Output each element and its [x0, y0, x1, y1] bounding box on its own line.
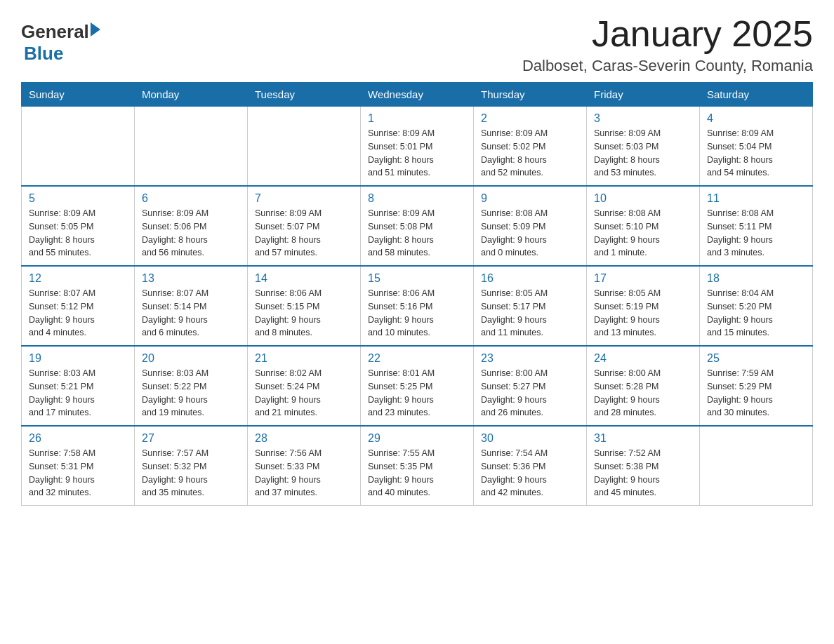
day-cell: 22Sunrise: 8:01 AMSunset: 5:25 PMDayligh… [361, 346, 474, 426]
header-cell-friday: Friday [587, 83, 700, 107]
day-cell: 13Sunrise: 8:07 AMSunset: 5:14 PMDayligh… [135, 266, 248, 346]
week-row-4: 19Sunrise: 8:03 AMSunset: 5:21 PMDayligh… [22, 346, 813, 426]
day-cell: 24Sunrise: 8:00 AMSunset: 5:28 PMDayligh… [587, 346, 700, 426]
day-cell: 3Sunrise: 8:09 AMSunset: 5:03 PMDaylight… [587, 107, 700, 187]
day-cell: 17Sunrise: 8:05 AMSunset: 5:19 PMDayligh… [587, 266, 700, 346]
day-number: 21 [255, 352, 353, 365]
day-number: 27 [142, 432, 240, 445]
day-number: 6 [142, 192, 240, 205]
day-number: 7 [255, 192, 353, 205]
day-cell: 7Sunrise: 8:09 AMSunset: 5:07 PMDaylight… [248, 186, 361, 266]
day-cell: 29Sunrise: 7:55 AMSunset: 5:35 PMDayligh… [361, 426, 474, 506]
day-cell: 15Sunrise: 8:06 AMSunset: 5:16 PMDayligh… [361, 266, 474, 346]
week-row-3: 12Sunrise: 8:07 AMSunset: 5:12 PMDayligh… [22, 266, 813, 346]
day-info: Sunrise: 8:03 AMSunset: 5:21 PMDaylight:… [29, 367, 127, 420]
day-number: 5 [29, 192, 127, 205]
header-cell-thursday: Thursday [474, 83, 587, 107]
calendar-table: SundayMondayTuesdayWednesdayThursdayFrid… [21, 82, 813, 506]
day-cell: 30Sunrise: 7:54 AMSunset: 5:36 PMDayligh… [474, 426, 587, 506]
day-number: 20 [142, 352, 240, 365]
week-row-2: 5Sunrise: 8:09 AMSunset: 5:05 PMDaylight… [22, 186, 813, 266]
day-cell: 10Sunrise: 8:08 AMSunset: 5:10 PMDayligh… [587, 186, 700, 266]
day-cell: 1Sunrise: 8:09 AMSunset: 5:01 PMDaylight… [361, 107, 474, 187]
day-info: Sunrise: 8:07 AMSunset: 5:14 PMDaylight:… [142, 287, 240, 340]
header-cell-tuesday: Tuesday [248, 83, 361, 107]
day-cell: 6Sunrise: 8:09 AMSunset: 5:06 PMDaylight… [135, 186, 248, 266]
logo-general-text: General [21, 21, 89, 43]
header-cell-saturday: Saturday [700, 83, 813, 107]
day-info: Sunrise: 7:57 AMSunset: 5:32 PMDaylight:… [142, 447, 240, 499]
day-cell: 8Sunrise: 8:09 AMSunset: 5:08 PMDaylight… [361, 186, 474, 266]
day-cell: 11Sunrise: 8:08 AMSunset: 5:11 PMDayligh… [700, 186, 813, 266]
calendar-header: SundayMondayTuesdayWednesdayThursdayFrid… [22, 83, 813, 107]
day-cell [700, 426, 813, 506]
day-number: 18 [707, 272, 805, 285]
day-info: Sunrise: 8:09 AMSunset: 5:07 PMDaylight:… [255, 207, 353, 260]
day-info: Sunrise: 8:06 AMSunset: 5:16 PMDaylight:… [368, 287, 466, 340]
day-number: 31 [594, 432, 692, 445]
day-number: 23 [481, 352, 579, 365]
day-cell [248, 107, 361, 187]
day-info: Sunrise: 8:09 AMSunset: 5:02 PMDaylight:… [481, 127, 579, 180]
day-number: 28 [255, 432, 353, 445]
day-info: Sunrise: 7:58 AMSunset: 5:31 PMDaylight:… [29, 447, 127, 499]
day-number: 22 [368, 352, 466, 365]
day-info: Sunrise: 8:08 AMSunset: 5:09 PMDaylight:… [481, 207, 579, 260]
day-number: 26 [29, 432, 127, 445]
day-cell: 12Sunrise: 8:07 AMSunset: 5:12 PMDayligh… [22, 266, 135, 346]
day-info: Sunrise: 8:04 AMSunset: 5:20 PMDaylight:… [707, 287, 805, 340]
day-info: Sunrise: 8:00 AMSunset: 5:27 PMDaylight:… [481, 367, 579, 420]
day-info: Sunrise: 8:05 AMSunset: 5:17 PMDaylight:… [481, 287, 579, 340]
day-number: 15 [368, 272, 466, 285]
day-info: Sunrise: 8:09 AMSunset: 5:08 PMDaylight:… [368, 207, 466, 260]
day-number: 12 [29, 272, 127, 285]
logo-blue-text: Blue [24, 43, 63, 65]
day-info: Sunrise: 8:03 AMSunset: 5:22 PMDaylight:… [142, 367, 240, 420]
day-cell: 18Sunrise: 8:04 AMSunset: 5:20 PMDayligh… [700, 266, 813, 346]
day-info: Sunrise: 7:52 AMSunset: 5:38 PMDaylight:… [594, 447, 692, 499]
day-cell: 20Sunrise: 8:03 AMSunset: 5:22 PMDayligh… [135, 346, 248, 426]
day-number: 30 [481, 432, 579, 445]
location-title: Dalboset, Caras-Severin County, Romania [522, 57, 813, 75]
day-cell [22, 107, 135, 187]
day-cell: 9Sunrise: 8:08 AMSunset: 5:09 PMDaylight… [474, 186, 587, 266]
day-number: 9 [481, 192, 579, 205]
day-number: 14 [255, 272, 353, 285]
day-info: Sunrise: 8:08 AMSunset: 5:10 PMDaylight:… [594, 207, 692, 260]
day-info: Sunrise: 8:07 AMSunset: 5:12 PMDaylight:… [29, 287, 127, 340]
day-number: 2 [481, 112, 579, 125]
logo-arrow-icon [91, 22, 100, 36]
day-number: 4 [707, 112, 805, 125]
day-number: 11 [707, 192, 805, 205]
day-number: 25 [707, 352, 805, 365]
day-info: Sunrise: 7:55 AMSunset: 5:35 PMDaylight:… [368, 447, 466, 499]
day-info: Sunrise: 8:05 AMSunset: 5:19 PMDaylight:… [594, 287, 692, 340]
day-cell: 16Sunrise: 8:05 AMSunset: 5:17 PMDayligh… [474, 266, 587, 346]
day-info: Sunrise: 7:54 AMSunset: 5:36 PMDaylight:… [481, 447, 579, 499]
header-cell-wednesday: Wednesday [361, 83, 474, 107]
day-number: 16 [481, 272, 579, 285]
logo: General Blue [21, 21, 100, 65]
calendar-body: 1Sunrise: 8:09 AMSunset: 5:01 PMDaylight… [22, 107, 813, 506]
month-title: January 2025 [522, 14, 813, 54]
day-cell: 28Sunrise: 7:56 AMSunset: 5:33 PMDayligh… [248, 426, 361, 506]
day-cell: 25Sunrise: 7:59 AMSunset: 5:29 PMDayligh… [700, 346, 813, 426]
day-info: Sunrise: 8:09 AMSunset: 5:05 PMDaylight:… [29, 207, 127, 260]
day-cell: 23Sunrise: 8:00 AMSunset: 5:27 PMDayligh… [474, 346, 587, 426]
day-cell: 27Sunrise: 7:57 AMSunset: 5:32 PMDayligh… [135, 426, 248, 506]
week-row-5: 26Sunrise: 7:58 AMSunset: 5:31 PMDayligh… [22, 426, 813, 506]
day-cell: 26Sunrise: 7:58 AMSunset: 5:31 PMDayligh… [22, 426, 135, 506]
day-cell [135, 107, 248, 187]
title-area: January 2025 Dalboset, Caras-Severin Cou… [522, 14, 813, 75]
day-number: 3 [594, 112, 692, 125]
header-cell-monday: Monday [135, 83, 248, 107]
day-number: 29 [368, 432, 466, 445]
day-info: Sunrise: 7:56 AMSunset: 5:33 PMDaylight:… [255, 447, 353, 499]
day-info: Sunrise: 8:06 AMSunset: 5:15 PMDaylight:… [255, 287, 353, 340]
day-cell: 5Sunrise: 8:09 AMSunset: 5:05 PMDaylight… [22, 186, 135, 266]
day-number: 17 [594, 272, 692, 285]
day-cell: 21Sunrise: 8:02 AMSunset: 5:24 PMDayligh… [248, 346, 361, 426]
day-info: Sunrise: 8:09 AMSunset: 5:01 PMDaylight:… [368, 127, 466, 180]
day-number: 8 [368, 192, 466, 205]
day-cell: 4Sunrise: 8:09 AMSunset: 5:04 PMDaylight… [700, 107, 813, 187]
